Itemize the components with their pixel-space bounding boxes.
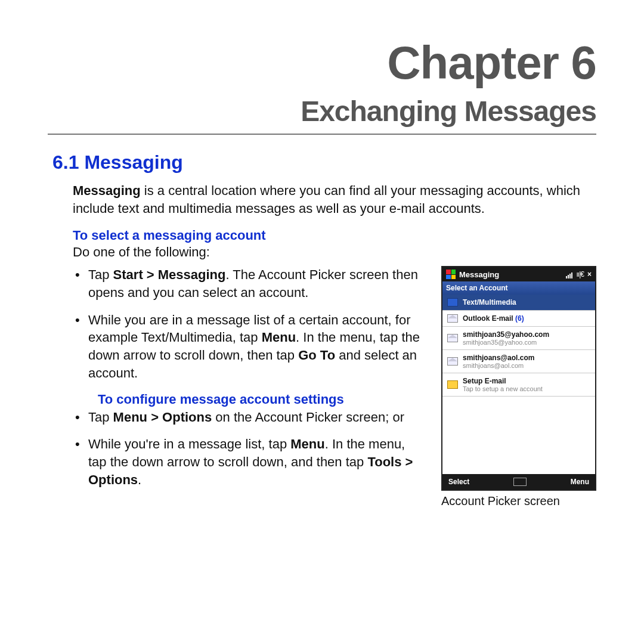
list-item: While you're in a message list, tap Menu…: [73, 435, 425, 488]
account-sub: smithjoans@aol.com: [463, 362, 534, 369]
intro-paragraph: Messaging is a central location where yo…: [73, 182, 596, 217]
account-row-aol[interactable]: smithjoans@aol.com smithjoans@aol.com: [442, 350, 595, 373]
phone-screenshot: Messaging ıı|€ × Select an Account Text/…: [441, 266, 596, 491]
envelope-icon: [447, 314, 458, 323]
windows-logo-icon: [446, 270, 456, 279]
phone-section-header: Select an Account: [442, 281, 595, 295]
envelope-icon: [447, 334, 458, 342]
softkey-menu[interactable]: Menu: [571, 478, 589, 486]
account-name: Text/Multimedia: [463, 298, 516, 306]
text: While you're in a message list, tap: [88, 436, 290, 451]
configure-heading: To configure message account settings: [98, 392, 425, 407]
keyboard-icon[interactable]: [513, 478, 527, 486]
phone-softkey-bar: Select Menu: [442, 474, 595, 490]
chapter-title: Chapter 6: [48, 36, 596, 90]
phone-figure: Messaging ıı|€ × Select an Account Text/…: [441, 266, 596, 508]
setup-icon: [447, 380, 458, 389]
list-item: While you are in a message list of a cer…: [73, 311, 425, 382]
account-row-yahoo[interactable]: smithjoan35@yahoo.com smithjoan35@yahoo.…: [442, 327, 595, 350]
phone-title-text: Messaging: [459, 270, 499, 279]
section-heading: 6.1 Messaging: [52, 151, 596, 174]
configure-list: Tap Menu > Options on the Account Picker…: [73, 408, 425, 489]
select-account-heading: To select a messaging account: [73, 228, 596, 243]
account-name: Outlook E-mail (6): [463, 314, 524, 323]
list-item: Tap Start > Messaging. The Account Picke…: [73, 266, 425, 301]
text-bold: Go To: [298, 348, 335, 363]
account-row-outlook[interactable]: Outlook E-mail (6): [442, 311, 595, 327]
divider: [48, 134, 596, 135]
text: Tap: [88, 267, 113, 282]
figure-caption: Account Picker screen: [441, 494, 596, 508]
list-item: Tap Menu > Options on the Account Picker…: [73, 408, 425, 426]
chapter-subtitle: Exchanging Messages: [48, 95, 596, 128]
account-sub: smithjoan35@yahoo.com: [463, 339, 549, 346]
softkey-select[interactable]: Select: [448, 478, 469, 486]
account-row-text-multimedia[interactable]: Text/Multimedia: [442, 295, 595, 311]
account-row-setup[interactable]: Setup E-mail Tap to setup a new account: [442, 373, 595, 397]
text-bold: Menu: [262, 330, 296, 345]
text-bold: Menu: [290, 436, 324, 451]
text: Outlook E-mail: [463, 314, 515, 323]
text-bold: Start > Messaging: [113, 267, 226, 282]
account-name: smithjoans@aol.com: [463, 354, 534, 362]
envelope-icon: [447, 357, 458, 366]
signal-icon: [566, 270, 573, 278]
unread-count: (6): [515, 314, 524, 323]
text: on the Account Picker screen; or: [212, 410, 404, 425]
close-icon[interactable]: ×: [587, 270, 592, 278]
select-lead-in: Do one of the following:: [73, 244, 596, 260]
select-account-list: Tap Start > Messaging. The Account Picke…: [73, 266, 425, 382]
text: .: [138, 472, 141, 487]
phone-empty-area: [442, 397, 595, 474]
intro-rest: is a central location where you can find…: [73, 183, 580, 216]
text-bold: Menu > Options: [113, 410, 212, 425]
phone-icon: [447, 298, 458, 306]
speaker-icon: ıı|€: [577, 270, 584, 278]
intro-lead: Messaging: [73, 183, 141, 198]
account-sub: Tap to setup a new account: [463, 385, 543, 392]
account-name: Setup E-mail: [463, 377, 543, 385]
text: Tap: [88, 410, 113, 425]
account-name: smithjoan35@yahoo.com: [463, 330, 549, 339]
phone-titlebar: Messaging ıı|€ ×: [442, 267, 595, 281]
